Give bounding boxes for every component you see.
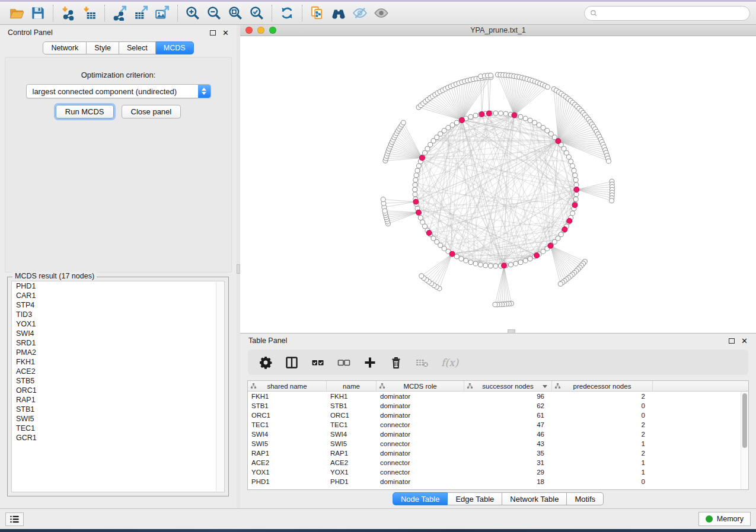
- table-scrollbar-thumb[interactable]: [742, 393, 747, 448]
- column-header-predecessor-nodes[interactable]: predecessor nodes: [552, 381, 653, 391]
- mcds-result-list[interactable]: PHD1CAR1STP4TID3YOX1SWI4SRD1PMA2FKH1ACE2…: [11, 281, 225, 492]
- cell-shared-name[interactable]: STB1: [248, 402, 327, 409]
- cell-successor-nodes[interactable]: 31: [464, 459, 552, 466]
- result-node[interactable]: ACE2: [12, 367, 224, 376]
- zoom-fit-button[interactable]: [225, 4, 246, 23]
- cell-mcds-role[interactable]: dominator: [377, 431, 464, 438]
- first-neighbors-button[interactable]: [307, 4, 328, 23]
- import-network-button[interactable]: [58, 4, 79, 23]
- cell-shared-name[interactable]: ACE2: [248, 459, 327, 466]
- float-icon[interactable]: [210, 30, 216, 36]
- tab-motifs[interactable]: Motifs: [567, 492, 604, 505]
- cell-mcds-role[interactable]: dominator: [377, 402, 464, 409]
- table-row[interactable]: STB1STB1dominator620: [248, 401, 748, 411]
- cell-predecessor-nodes[interactable]: 1: [552, 440, 653, 447]
- cell-successor-nodes[interactable]: 29: [464, 469, 552, 476]
- cell-mcds-role[interactable]: dominator: [377, 478, 464, 485]
- close-icon[interactable]: ✕: [222, 29, 229, 37]
- tab-edge-table[interactable]: Edge Table: [448, 492, 502, 505]
- cell-shared-name[interactable]: YOX1: [248, 469, 327, 476]
- close-light[interactable]: [245, 27, 253, 34]
- tab-network-table[interactable]: Network Table: [502, 492, 567, 505]
- cell-mcds-role[interactable]: connector: [377, 459, 464, 466]
- cell-predecessor-nodes[interactable]: 2: [552, 393, 653, 400]
- result-node[interactable]: GCR1: [12, 433, 224, 443]
- gear-button[interactable]: [259, 355, 273, 370]
- cell-predecessor-nodes[interactable]: 0: [552, 412, 653, 419]
- memory-button[interactable]: Memory: [698, 512, 751, 526]
- column-header-name[interactable]: name: [327, 381, 377, 391]
- cell-name[interactable]: STB1: [327, 402, 377, 409]
- cell-successor-nodes[interactable]: 47: [464, 421, 552, 428]
- cell-name[interactable]: RAP1: [327, 450, 377, 457]
- columns-button[interactable]: [285, 355, 299, 370]
- select-all-button[interactable]: [311, 355, 325, 370]
- tab-network[interactable]: Network: [43, 41, 87, 55]
- result-node[interactable]: RAP1: [12, 395, 224, 405]
- column-header-successor-nodes[interactable]: successor nodes: [464, 381, 552, 391]
- result-node[interactable]: YOX1: [12, 319, 224, 329]
- network-canvas-svg[interactable]: [240, 36, 756, 333]
- cell-successor-nodes[interactable]: 43: [464, 440, 552, 447]
- cell-mcds-role[interactable]: dominator: [377, 412, 464, 419]
- cell-predecessor-nodes[interactable]: 2: [552, 450, 653, 457]
- cell-shared-name[interactable]: TEC1: [248, 421, 327, 428]
- cell-shared-name[interactable]: ORC1: [248, 412, 327, 419]
- result-node[interactable]: CAR1: [12, 291, 224, 300]
- table-row[interactable]: TEC1TEC1connector472: [248, 420, 748, 430]
- task-history-button[interactable]: [5, 512, 24, 526]
- tab-mcds[interactable]: MCDS: [156, 41, 194, 55]
- cell-predecessor-nodes[interactable]: 0: [552, 478, 653, 485]
- refresh-button[interactable]: [276, 4, 298, 23]
- import-table-button[interactable]: [79, 4, 100, 23]
- table-row[interactable]: YOX1YOX1connector291: [248, 467, 748, 477]
- column-header-shared-name[interactable]: shared name: [248, 381, 327, 391]
- cell-mcds-role[interactable]: dominator: [377, 393, 464, 400]
- result-node[interactable]: SWI4: [12, 329, 224, 338]
- export-table-button[interactable]: [130, 4, 152, 23]
- export-network-button[interactable]: [109, 4, 130, 23]
- zoom-out-button[interactable]: [203, 4, 225, 23]
- show-all-button[interactable]: [371, 4, 392, 23]
- cell-successor-nodes[interactable]: 35: [464, 450, 552, 457]
- result-node[interactable]: STP4: [12, 300, 224, 310]
- cell-name[interactable]: SWI5: [327, 440, 377, 447]
- cell-name[interactable]: ORC1: [327, 412, 377, 419]
- result-list-scrollbar[interactable]: [216, 282, 224, 491]
- result-node[interactable]: TEC1: [12, 424, 224, 433]
- tab-style[interactable]: Style: [87, 41, 119, 55]
- float-icon[interactable]: [729, 338, 735, 344]
- result-node[interactable]: SRD1: [12, 338, 224, 348]
- cell-predecessor-nodes[interactable]: 2: [552, 421, 653, 428]
- add-button[interactable]: [363, 355, 377, 370]
- cell-name[interactable]: PHD1: [327, 478, 377, 485]
- zoom-in-button[interactable]: [182, 4, 203, 23]
- cell-name[interactable]: FKH1: [327, 393, 377, 400]
- tab-select[interactable]: Select: [119, 41, 156, 55]
- cell-name[interactable]: TEC1: [327, 421, 377, 428]
- table-row[interactable]: RAP1RAP1dominator352: [248, 448, 748, 458]
- result-node[interactable]: PMA2: [12, 348, 224, 357]
- result-node[interactable]: STB1: [12, 405, 224, 414]
- result-node[interactable]: STB5: [12, 376, 224, 386]
- zoom-selected-button[interactable]: [246, 4, 267, 23]
- table-row[interactable]: SWI4SWI4dominator462: [248, 430, 748, 439]
- search-input[interactable]: [601, 8, 744, 18]
- cell-mcds-role[interactable]: dominator: [377, 450, 464, 457]
- close-panel-button[interactable]: Close panel: [122, 105, 181, 118]
- result-node[interactable]: ORC1: [12, 386, 224, 395]
- open-button[interactable]: [6, 4, 27, 23]
- tab-node-table[interactable]: Node Table: [393, 492, 448, 505]
- save-button[interactable]: [27, 4, 49, 23]
- table-row[interactable]: ORC1ORC1dominator610: [248, 411, 748, 420]
- cell-mcds-role[interactable]: connector: [377, 469, 464, 476]
- cell-mcds-role[interactable]: connector: [377, 421, 464, 428]
- cell-predecessor-nodes[interactable]: 0: [552, 402, 653, 409]
- cell-shared-name[interactable]: SWI4: [248, 431, 327, 438]
- zoom-light[interactable]: [269, 27, 276, 34]
- cell-predecessor-nodes[interactable]: 1: [552, 459, 653, 466]
- run-mcds-button[interactable]: Run MCDS: [56, 105, 114, 118]
- deselect-all-button[interactable]: [337, 355, 351, 370]
- table-row[interactable]: ACE2ACE2connector311: [248, 458, 748, 467]
- cell-shared-name[interactable]: SWI5: [248, 440, 327, 447]
